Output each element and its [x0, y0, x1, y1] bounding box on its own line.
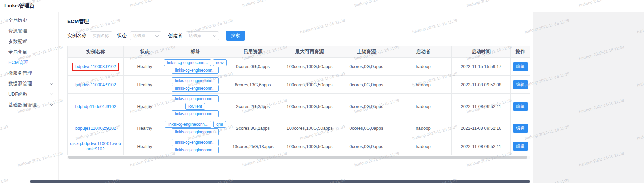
tag[interactable]: linkis-cg-engineconn... [172, 95, 218, 102]
table-horizontal-scrollbar[interactable] [67, 156, 530, 159]
tag-line: linkis-cg-engineconn... [172, 67, 218, 74]
action-cell: 编辑 [511, 137, 530, 155]
owner-cell: hadoop [395, 58, 452, 76]
tag[interactable]: new [213, 59, 227, 66]
tags-cell: linkis-cg-engineconn...linkis-cg-enginec… [166, 137, 225, 155]
tags-cell: linkis-cg-engineconn...ioClientlinkis-cg… [166, 94, 225, 119]
used-resources-cell: 0cores,0G,0apps [225, 58, 281, 76]
tag[interactable]: linkis-cg-engineconn... [172, 110, 218, 117]
edit-button[interactable]: 编辑 [513, 80, 528, 89]
edit-button[interactable]: 编辑 [513, 102, 528, 111]
column-header-action: 操作 [511, 46, 530, 58]
table-row: bdpujes110002:9102Healthylinkis-cg-engin… [68, 119, 530, 137]
start-time-cell: 2022-11-08 09:52:08 [452, 76, 511, 94]
tag[interactable]: linkis-cg-engineconn... [172, 147, 218, 153]
tags-cell: linkis-cg-engineconn...qmllinkis-cg-engi… [166, 119, 225, 137]
status-cell: Healthy [124, 94, 166, 119]
status-select[interactable]: 请选择 [130, 31, 161, 40]
app-header: Linkis管理台 [0, 0, 644, 12]
column-header-max-available-resources: 最大可用资源 [281, 46, 338, 58]
column-header-status: 状态 [124, 46, 166, 58]
tag[interactable]: linkis-cg-engineconn... [165, 121, 211, 128]
tag[interactable]: linkis-cg-engineconn... [172, 67, 218, 74]
tag-line: linkis-cg-engineconn... [172, 85, 218, 92]
instance-link[interactable]: bdpdws110004:9102 [75, 82, 116, 87]
tag[interactable]: linkis-cg-engineconn... [164, 59, 211, 66]
tag-line: linkis-cg-engineconn... [172, 147, 218, 153]
search-button[interactable]: 搜索 [226, 31, 245, 41]
tag[interactable]: linkis-cg-engineconn... [172, 77, 218, 84]
locked-resources-cell: 0cores,0G,0apps [338, 58, 395, 76]
edit-button[interactable]: 编辑 [513, 62, 528, 71]
status-cell: Healthy [124, 137, 166, 155]
tag[interactable]: ioClient [185, 103, 205, 110]
start-time-cell: 2022-11-08 09:52:11 [452, 137, 511, 155]
instance-link[interactable]: bdphdp11ide01:9102 [75, 104, 116, 109]
instance-link[interactable]: gz.xg.bdpdws110001.webank:9102 [70, 141, 121, 151]
table-row: gz.xg.bdpdws110001.webank:9102Healthylin… [68, 137, 530, 155]
max-resources-cell: 100cores,100G,50apps [281, 94, 338, 119]
instance-name-label: 实例名称 [67, 33, 86, 39]
start-time-cell: 2022-11-08 09:52:16 [452, 119, 511, 137]
table-row: bdphdp11ide01:9102Healthylinkis-cg-engin… [68, 94, 530, 119]
tag[interactable]: linkis-cg-engineconn... [172, 139, 218, 146]
tag[interactable]: qml [213, 121, 226, 128]
sidebar-item-datasource-management[interactable]: 数据源管理 [0, 78, 58, 89]
sidebar-item-global-variables[interactable]: 全局变量 [0, 47, 58, 57]
table-row: bdpdws110003:9102Healthylinkis-cg-engine… [68, 58, 530, 76]
sidebar-item-microservice-management[interactable]: 微服务管理 [0, 68, 58, 78]
chevron-down-icon [50, 81, 53, 85]
instance-name-input[interactable] [90, 31, 112, 40]
instance-cell: bdpdws110004:9102 [68, 76, 124, 94]
tag-lines: linkis-cg-engineconn...newlinkis-cg-engi… [168, 59, 222, 74]
sidebar-item-basic-data-management[interactable]: 基础数据管理 [0, 100, 58, 110]
max-resources-cell: 100cores,100G,50apps [281, 137, 338, 155]
locked-resources-cell: 0cores,0G,0apps [338, 137, 395, 155]
edit-button[interactable]: 编辑 [513, 142, 528, 151]
sidebar-item-label: 基础数据管理 [8, 102, 37, 108]
status-label: 状态 [117, 33, 127, 39]
table-scrollbar-thumb[interactable] [68, 156, 527, 159]
sidebar-item-parameter-settings[interactable]: 参数配置 [0, 36, 58, 47]
status-text: Healthy [137, 144, 152, 149]
status-select-value: 请选择 [133, 33, 145, 39]
tag[interactable]: linkis-cg-engineconn... [172, 128, 218, 135]
sidebar-item-resource-management[interactable]: 资源管理 [0, 26, 58, 36]
sidebar-item-label: 资源管理 [8, 28, 27, 34]
owner-cell: hadoop [395, 137, 452, 155]
instance-link[interactable]: bdpdws110003:9102 [75, 64, 116, 69]
highlight-box: bdpdws110003:9102 [72, 63, 119, 71]
max-resources-cell: 100cores,100G,50apps [281, 119, 338, 137]
tag-lines: linkis-cg-engineconn...ioClientlinkis-cg… [168, 95, 222, 117]
sidebar-item-ecm-management[interactable]: ECM管理 [0, 57, 58, 68]
tag-lines: linkis-cg-engineconn...qmllinkis-cg-engi… [168, 121, 222, 135]
tag-lines: linkis-cg-engineconn...linkis-cg-enginec… [168, 139, 222, 153]
sidebar-item-global-history[interactable]: 全局历史 [0, 15, 58, 26]
ecm-table: 实例名称状态标签已用资源最大可用资源上锁资源启动者启动时间操作 bdpdws11… [67, 46, 530, 155]
tags-cell: linkis-cg-engineconn...linkis-cg-enginec… [166, 76, 225, 94]
sidebar-item-udf-functions[interactable]: UDF函数 [0, 89, 58, 100]
action-cell: 编辑 [511, 94, 530, 119]
column-header-tags: 标签 [166, 46, 225, 58]
tag[interactable]: linkis-cg-engineconn... [172, 85, 218, 92]
used-resources-cell: 2cores,8G,2apps [225, 119, 281, 137]
max-resources-cell: 100cores,100G,50apps [281, 58, 338, 76]
page-horizontal-scrollbar[interactable] [0, 180, 644, 183]
tag-line: linkis-cg-engineconn... [172, 110, 218, 117]
start-time-cell: 2022-11-15 15:59:17 [452, 58, 511, 76]
edit-button[interactable]: 编辑 [513, 124, 528, 133]
action-cell: 编辑 [511, 76, 530, 94]
sidebar: 全局历史资源管理参数配置全局变量ECM管理微服务管理数据源管理UDF函数基础数据… [0, 12, 59, 183]
status-cell: Healthy [124, 119, 166, 137]
page-title: ECM管理 [67, 18, 533, 25]
instance-link[interactable]: bdpujes110002:9102 [75, 126, 116, 131]
tag-line: linkis-cg-engineconn... [172, 77, 218, 84]
sidebar-item-label: 参数配置 [8, 39, 27, 45]
chevron-down-icon [50, 103, 53, 106]
instance-cell: gz.xg.bdpdws110001.webank:9102 [68, 137, 124, 155]
sidebar-menu: 全局历史资源管理参数配置全局变量ECM管理微服务管理数据源管理UDF函数基础数据… [0, 15, 58, 110]
tags-cell: linkis-cg-engineconn...newlinkis-cg-engi… [166, 58, 225, 76]
instance-cell: bdpujes110002:9102 [68, 119, 124, 137]
creator-select[interactable]: 请选择 [186, 31, 219, 40]
page-scrollbar-thumb[interactable] [30, 180, 530, 183]
